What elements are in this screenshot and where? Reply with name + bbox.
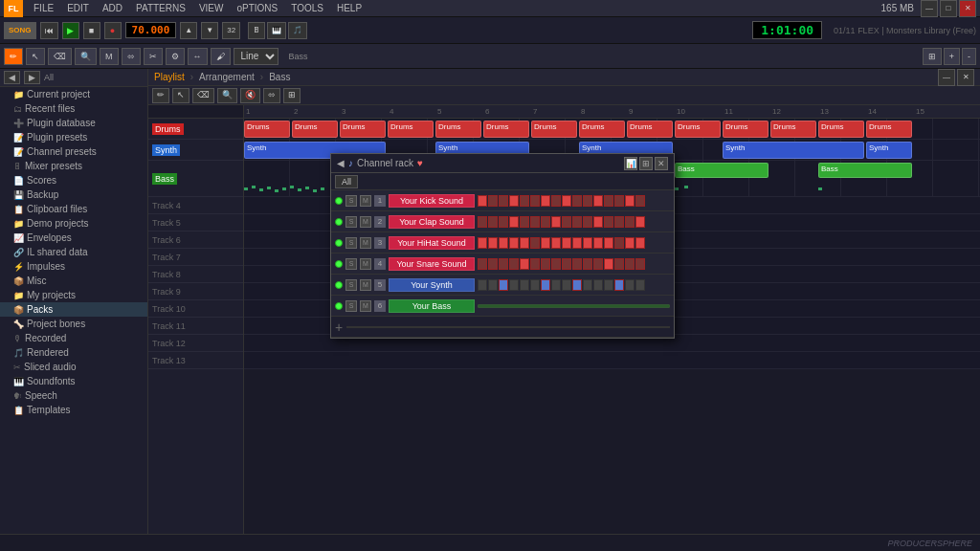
pad-sy-8[interactable]	[551, 279, 561, 291]
led-clap[interactable]	[335, 218, 343, 226]
track-12[interactable]: Track 12	[148, 335, 243, 352]
pad-k-11[interactable]	[583, 195, 592, 207]
led-hihat[interactable]	[335, 239, 343, 247]
pad-sy-12[interactable]	[593, 279, 603, 291]
close-btn[interactable]: ✕	[959, 0, 976, 17]
clip-drums-1[interactable]: Drums	[244, 121, 290, 138]
pad-sy-11[interactable]	[583, 279, 592, 291]
clip-drums-9[interactable]: Drums	[627, 121, 673, 138]
mute-kick[interactable]: M	[360, 195, 371, 207]
track-7[interactable]: Track 7	[148, 249, 243, 266]
name-clap[interactable]: Your Clap Sound	[389, 215, 475, 229]
pad-s-12[interactable]	[593, 258, 603, 270]
sidebar-item-channel-presets[interactable]: 📝 Channel presets	[0, 144, 147, 159]
mute-tool[interactable]: M	[100, 48, 119, 65]
track-11[interactable]: Track 11	[148, 318, 243, 335]
pad-h-4[interactable]	[509, 237, 519, 249]
paint-tool[interactable]: 🖌	[211, 48, 231, 65]
pad-c-14[interactable]	[614, 216, 624, 228]
cr-grid-btn[interactable]: ⊞	[639, 157, 653, 170]
pad-k-15[interactable]	[625, 195, 635, 207]
pad-s-10[interactable]	[572, 258, 582, 270]
zoom-tool[interactable]: 🔍	[75, 48, 97, 65]
menu-view[interactable]: VIEW	[196, 3, 227, 13]
pad-sy-7[interactable]	[541, 279, 550, 291]
led-bass[interactable]	[335, 302, 343, 310]
pad-s-11[interactable]	[583, 258, 592, 270]
pad-k-16[interactable]	[635, 195, 645, 207]
pad-sy-2[interactable]	[488, 279, 498, 291]
play-btn[interactable]: ▶	[62, 22, 79, 39]
sidebar-item-sliced[interactable]: ✂ Sliced audio	[0, 360, 147, 374]
clip-drums-11[interactable]: Drums	[723, 121, 768, 138]
track-4[interactable]: Track 4	[148, 197, 243, 214]
clip-drums-6[interactable]: Drums	[483, 121, 529, 138]
pl-close[interactable]: ✕	[957, 69, 974, 86]
pad-k-12[interactable]	[593, 195, 603, 207]
track-6[interactable]: Track 6	[148, 231, 243, 249]
clip-synth-4[interactable]: Synth	[723, 142, 864, 159]
track-5[interactable]: Track 5	[148, 214, 243, 231]
zoom-out-btn[interactable]: -	[962, 48, 976, 65]
pl-snap[interactable]: ⊞	[283, 88, 301, 103]
solo-bass[interactable]: S	[345, 300, 357, 312]
menu-file[interactable]: FILE	[31, 3, 56, 13]
pad-sy-3[interactable]	[499, 279, 508, 291]
pad-h-12[interactable]	[593, 237, 603, 249]
sidebar-item-demo[interactable]: 📁 Demo projects	[0, 216, 147, 231]
sidebar-item-templates[interactable]: 📋 Templates	[0, 403, 147, 417]
lane-drums[interactable]: Drums Drums Drums Drums Drums Drums Drum…	[244, 119, 980, 140]
led-snare[interactable]	[335, 260, 343, 268]
pl-tool-erase[interactable]: ⌫	[192, 88, 214, 103]
track-10[interactable]: Track 10	[148, 300, 243, 318]
solo-kick[interactable]: S	[345, 195, 357, 207]
pad-c-3[interactable]	[499, 216, 508, 228]
cr-graph-btn[interactable]: 📊	[624, 157, 637, 170]
pad-c-5[interactable]	[520, 216, 529, 228]
pad-h-13[interactable]	[604, 237, 613, 249]
pad-sy-10[interactable]	[572, 279, 582, 291]
clip-drums-7[interactable]: Drums	[531, 121, 577, 138]
breadcrumb-arrangement[interactable]: Arrangement	[199, 72, 255, 82]
pad-k-7[interactable]	[541, 195, 550, 207]
pad-s-6[interactable]	[530, 258, 540, 270]
pad-h-5[interactable]	[520, 237, 529, 249]
solo-hihat[interactable]: S	[345, 237, 357, 249]
sidebar-item-rendered[interactable]: 🎵 Rendered	[0, 345, 147, 360]
line-select[interactable]: Line	[234, 48, 278, 65]
menu-tools[interactable]: TOOLS	[288, 3, 326, 13]
clip-drums-14[interactable]: Drums	[866, 121, 912, 138]
sidebar-item-current-project[interactable]: 📁 Current project	[0, 87, 147, 101]
pad-s-5[interactable]	[520, 258, 529, 270]
pad-c-9[interactable]	[562, 216, 571, 228]
stretch-tool[interactable]: ↔	[188, 48, 208, 65]
mute-snare[interactable]: M	[360, 258, 371, 270]
pad-sy-16[interactable]	[635, 279, 645, 291]
prev-btn[interactable]: ⏮	[40, 22, 58, 39]
pad-k-9[interactable]	[562, 195, 571, 207]
pad-sy-1[interactable]	[478, 279, 487, 291]
clip-drums-12[interactable]: Drums	[770, 121, 816, 138]
pad-c-2[interactable]	[488, 216, 498, 228]
lane-13[interactable]	[244, 352, 980, 369]
menu-add[interactable]: ADD	[100, 3, 125, 13]
pad-s-7[interactable]	[541, 258, 550, 270]
track-header-bass[interactable]: Bass	[148, 161, 243, 197]
sidebar-item-packs[interactable]: 📦 Packs	[0, 302, 147, 317]
pad-s-14[interactable]	[614, 258, 624, 270]
clip-drums-5[interactable]: Drums	[435, 121, 481, 138]
select-tool[interactable]: ↖	[26, 48, 45, 65]
breadcrumb-playlist[interactable]: Playlist	[154, 72, 185, 82]
pad-c-13[interactable]	[604, 216, 613, 228]
sidebar-nav-fwd[interactable]: ▶	[24, 71, 40, 84]
cr-heart[interactable]: ♥	[417, 158, 423, 168]
pad-s-16[interactable]	[635, 258, 645, 270]
sidebar-item-plugin-presets[interactable]: 📝 Plugin presets	[0, 130, 147, 144]
cr-filter-all[interactable]: All	[335, 175, 358, 188]
clip-synth-5[interactable]: Synth	[866, 142, 912, 159]
sidebar-item-misc[interactable]: 📦 Misc	[0, 274, 147, 288]
pad-s-2[interactable]	[488, 258, 498, 270]
pad-c-10[interactable]	[572, 216, 582, 228]
pad-h-14[interactable]	[614, 237, 624, 249]
clip-drums-3[interactable]: Drums	[340, 121, 386, 138]
